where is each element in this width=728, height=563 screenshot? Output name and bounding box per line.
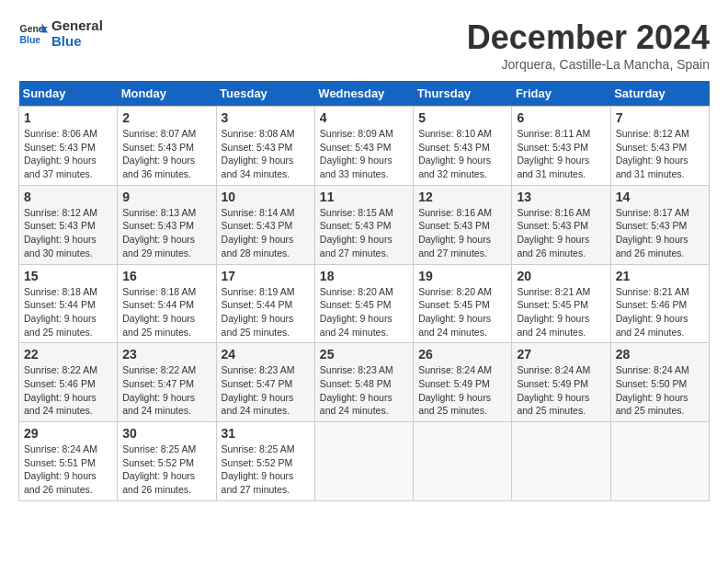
day-number: 25 (320, 347, 408, 362)
day-number: 22 (24, 347, 112, 362)
day-info: Sunrise: 8:11 AM Sunset: 5:43 PM Dayligh… (517, 127, 605, 181)
calendar-cell: 24Sunrise: 8:23 AM Sunset: 5:47 PM Dayli… (216, 343, 314, 422)
calendar-table: Sunday Monday Tuesday Wednesday Thursday… (18, 81, 710, 501)
calendar-cell: 29Sunrise: 8:24 AM Sunset: 5:51 PM Dayli… (19, 422, 118, 501)
day-info: Sunrise: 8:25 AM Sunset: 5:52 PM Dayligh… (122, 442, 210, 497)
col-thursday: Thursday (414, 81, 512, 107)
calendar-cell: 25Sunrise: 8:23 AM Sunset: 5:48 PM Dayli… (314, 343, 413, 422)
calendar-cell: 12Sunrise: 8:16 AM Sunset: 5:43 PM Dayli… (414, 185, 512, 264)
day-info: Sunrise: 8:19 AM Sunset: 5:44 PM Dayligh… (222, 285, 310, 339)
calendar-row: 8Sunrise: 8:12 AM Sunset: 5:43 PM Daylig… (19, 185, 710, 264)
day-info: Sunrise: 8:12 AM Sunset: 5:43 PM Dayligh… (24, 206, 112, 260)
calendar-row: 1Sunrise: 8:06 AM Sunset: 5:43 PM Daylig… (19, 107, 710, 186)
day-info: Sunrise: 8:07 AM Sunset: 5:43 PM Dayligh… (122, 127, 210, 181)
calendar-cell: 5Sunrise: 8:10 AM Sunset: 5:43 PM Daylig… (414, 107, 512, 186)
day-info: Sunrise: 8:24 AM Sunset: 5:51 PM Dayligh… (24, 442, 112, 497)
calendar-cell: 15Sunrise: 8:18 AM Sunset: 5:44 PM Dayli… (19, 264, 118, 343)
day-number: 4 (320, 110, 408, 125)
day-info: Sunrise: 8:21 AM Sunset: 5:45 PM Dayligh… (517, 285, 605, 339)
day-info: Sunrise: 8:18 AM Sunset: 5:44 PM Dayligh… (24, 285, 112, 339)
day-info: Sunrise: 8:24 AM Sunset: 5:50 PM Dayligh… (616, 363, 704, 418)
day-info: Sunrise: 8:18 AM Sunset: 5:44 PM Dayligh… (122, 285, 210, 339)
day-info: Sunrise: 8:06 AM Sunset: 5:43 PM Dayligh… (24, 127, 112, 181)
day-number: 8 (24, 190, 112, 204)
day-number: 31 (222, 426, 310, 441)
calendar-cell: 10Sunrise: 8:14 AM Sunset: 5:43 PM Dayli… (216, 185, 314, 264)
day-number: 5 (418, 110, 506, 125)
day-number: 12 (418, 190, 506, 204)
day-number: 18 (320, 269, 408, 283)
day-info: Sunrise: 8:24 AM Sunset: 5:49 PM Dayligh… (517, 363, 605, 418)
calendar-cell: 19Sunrise: 8:20 AM Sunset: 5:45 PM Dayli… (414, 264, 512, 343)
svg-text:Blue: Blue (20, 34, 41, 44)
day-info: Sunrise: 8:13 AM Sunset: 5:43 PM Dayligh… (122, 206, 210, 260)
calendar-cell: 17Sunrise: 8:19 AM Sunset: 5:44 PM Dayli… (216, 264, 314, 343)
calendar-cell (610, 422, 709, 501)
calendar-cell: 3Sunrise: 8:08 AM Sunset: 5:43 PM Daylig… (216, 107, 314, 186)
day-info: Sunrise: 8:09 AM Sunset: 5:43 PM Dayligh… (320, 127, 408, 181)
calendar-cell: 7Sunrise: 8:12 AM Sunset: 5:43 PM Daylig… (610, 107, 709, 186)
day-number: 9 (122, 190, 210, 204)
day-info: Sunrise: 8:24 AM Sunset: 5:49 PM Dayligh… (418, 363, 506, 418)
calendar-cell: 4Sunrise: 8:09 AM Sunset: 5:43 PM Daylig… (314, 107, 413, 186)
day-number: 23 (122, 347, 210, 362)
day-number: 17 (222, 269, 310, 283)
col-monday: Monday (118, 81, 216, 107)
month-title: December 2024 (467, 18, 710, 57)
calendar-cell: 30Sunrise: 8:25 AM Sunset: 5:52 PM Dayli… (118, 422, 216, 501)
location: Jorquera, Castille-La Mancha, Spain (467, 57, 710, 72)
calendar-cell: 16Sunrise: 8:18 AM Sunset: 5:44 PM Dayli… (118, 264, 216, 343)
calendar-cell: 22Sunrise: 8:22 AM Sunset: 5:46 PM Dayli… (19, 343, 118, 422)
day-number: 16 (122, 269, 210, 283)
logo-general: General (51, 18, 103, 34)
day-number: 7 (616, 110, 704, 125)
day-number: 10 (222, 190, 310, 204)
day-number: 13 (517, 190, 605, 204)
day-number: 21 (616, 269, 704, 283)
calendar-cell: 2Sunrise: 8:07 AM Sunset: 5:43 PM Daylig… (118, 107, 216, 186)
day-info: Sunrise: 8:10 AM Sunset: 5:43 PM Dayligh… (418, 127, 506, 181)
calendar-cell: 26Sunrise: 8:24 AM Sunset: 5:49 PM Dayli… (414, 343, 512, 422)
calendar-cell: 21Sunrise: 8:21 AM Sunset: 5:46 PM Dayli… (610, 264, 709, 343)
calendar-cell: 9Sunrise: 8:13 AM Sunset: 5:43 PM Daylig… (118, 185, 216, 264)
day-info: Sunrise: 8:20 AM Sunset: 5:45 PM Dayligh… (320, 285, 408, 339)
day-info: Sunrise: 8:08 AM Sunset: 5:43 PM Dayligh… (222, 127, 310, 181)
day-number: 11 (320, 190, 408, 204)
calendar-cell (314, 422, 413, 501)
logo-icon: General Blue (18, 19, 48, 49)
day-info: Sunrise: 8:20 AM Sunset: 5:45 PM Dayligh… (418, 285, 506, 339)
day-info: Sunrise: 8:15 AM Sunset: 5:43 PM Dayligh… (320, 206, 408, 260)
day-number: 2 (122, 110, 210, 125)
calendar-cell: 18Sunrise: 8:20 AM Sunset: 5:45 PM Dayli… (314, 264, 413, 343)
day-info: Sunrise: 8:14 AM Sunset: 5:43 PM Dayligh… (222, 206, 310, 260)
header-row: Sunday Monday Tuesday Wednesday Thursday… (19, 81, 710, 107)
day-number: 6 (517, 110, 605, 125)
calendar-cell: 11Sunrise: 8:15 AM Sunset: 5:43 PM Dayli… (314, 185, 413, 264)
col-friday: Friday (512, 81, 610, 107)
calendar-cell: 14Sunrise: 8:17 AM Sunset: 5:43 PM Dayli… (610, 185, 709, 264)
calendar-cell: 6Sunrise: 8:11 AM Sunset: 5:43 PM Daylig… (512, 107, 610, 186)
day-number: 20 (517, 269, 605, 283)
day-number: 30 (122, 426, 210, 441)
day-info: Sunrise: 8:12 AM Sunset: 5:43 PM Dayligh… (616, 127, 704, 181)
day-info: Sunrise: 8:22 AM Sunset: 5:46 PM Dayligh… (24, 363, 112, 418)
day-info: Sunrise: 8:21 AM Sunset: 5:46 PM Dayligh… (616, 285, 704, 339)
calendar-cell: 8Sunrise: 8:12 AM Sunset: 5:43 PM Daylig… (19, 185, 118, 264)
calendar-cell (512, 422, 610, 501)
day-info: Sunrise: 8:22 AM Sunset: 5:47 PM Dayligh… (122, 363, 210, 418)
day-number: 3 (222, 110, 310, 125)
page-header: General Blue General Blue December 2024 … (18, 18, 710, 72)
calendar-cell: 27Sunrise: 8:24 AM Sunset: 5:49 PM Dayli… (512, 343, 610, 422)
calendar-cell: 1Sunrise: 8:06 AM Sunset: 5:43 PM Daylig… (19, 107, 118, 186)
day-info: Sunrise: 8:25 AM Sunset: 5:52 PM Dayligh… (222, 442, 310, 497)
day-info: Sunrise: 8:16 AM Sunset: 5:43 PM Dayligh… (517, 206, 605, 260)
day-number: 19 (418, 269, 506, 283)
calendar-row: 29Sunrise: 8:24 AM Sunset: 5:51 PM Dayli… (19, 422, 710, 501)
col-sunday: Sunday (19, 81, 118, 107)
day-info: Sunrise: 8:23 AM Sunset: 5:47 PM Dayligh… (222, 363, 310, 418)
day-number: 26 (418, 347, 506, 362)
day-number: 1 (24, 110, 112, 125)
day-number: 28 (616, 347, 704, 362)
day-number: 27 (517, 347, 605, 362)
calendar-cell: 13Sunrise: 8:16 AM Sunset: 5:43 PM Dayli… (512, 185, 610, 264)
